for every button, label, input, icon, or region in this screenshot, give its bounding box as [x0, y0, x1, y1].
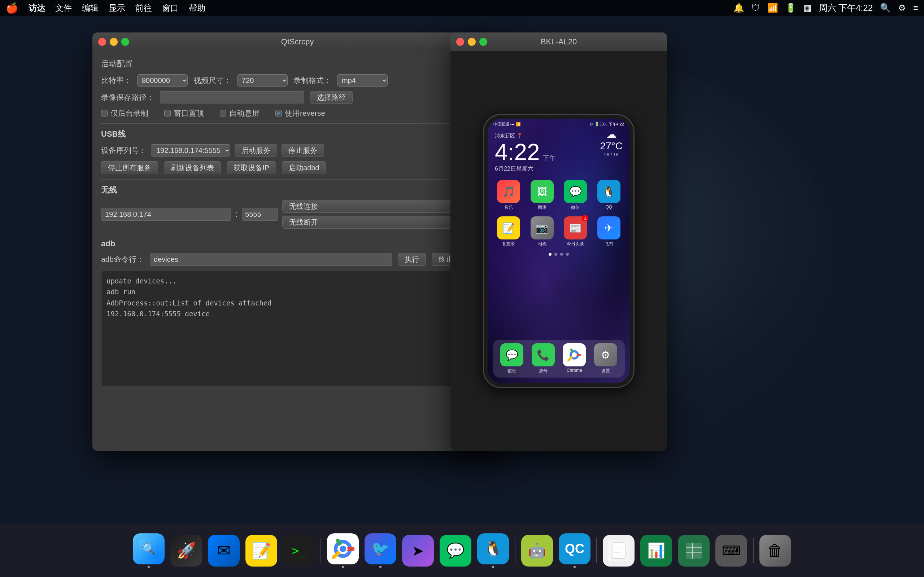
- dock-android[interactable]: 🤖: [520, 533, 554, 568]
- shield-icon[interactable]: 🛡: [751, 3, 760, 13]
- wireless-row: : 无线连接 无线断开: [101, 200, 494, 229]
- svg-text:🔍: 🔍: [142, 542, 156, 555]
- dock-direct[interactable]: ➤: [401, 533, 435, 568]
- wechat-app[interactable]: 💬 微信: [562, 180, 590, 211]
- dock-excel[interactable]: 📊: [639, 533, 674, 568]
- apple-menu[interactable]: 🍎: [6, 2, 18, 14]
- dock-mail[interactable]: ✉: [207, 533, 241, 568]
- phone-close-button[interactable]: [456, 38, 464, 46]
- bg-record-checkbox[interactable]: [101, 110, 108, 116]
- android-phone[interactable]: 中国联通 ▪▪▪ 📶 ⚙ 🔋33% 下午4:22 浦东新区 📍 4:22 下午 …: [483, 114, 635, 388]
- bg-record-checkbox-row: 仅后台录制: [101, 108, 149, 118]
- memo-app[interactable]: 📝 备忘录: [495, 216, 523, 247]
- dock-cmd[interactable]: ⌨: [714, 533, 749, 568]
- refresh-list-button[interactable]: 刷新设备列表: [164, 161, 221, 174]
- camera-app[interactable]: 📷 相机: [528, 216, 556, 247]
- qq-app[interactable]: 🐧 QQ: [595, 180, 623, 211]
- bitrate-select[interactable]: 8000000: [137, 74, 188, 87]
- gallery-app[interactable]: 🖼 图库: [528, 180, 556, 211]
- menu-go[interactable]: 前往: [135, 3, 152, 14]
- menu-file[interactable]: 文件: [55, 3, 72, 14]
- menu-edit[interactable]: 编辑: [82, 3, 99, 14]
- widget-date: 6月22日星期六: [495, 165, 623, 173]
- adb-cmd-input[interactable]: [150, 253, 392, 266]
- menu-finder[interactable]: 访达: [29, 3, 45, 14]
- qc-icon: QC: [559, 533, 591, 564]
- dock-separator-2: [515, 538, 515, 563]
- gallery-icon: 🖼: [531, 180, 554, 203]
- dock-table[interactable]: [677, 533, 711, 568]
- direct-icon: ➤: [402, 535, 434, 567]
- select-path-button[interactable]: 选择路径: [310, 91, 353, 104]
- dot-1: [549, 253, 551, 256]
- dock-trash[interactable]: 🗑: [758, 533, 793, 568]
- use-reverse-label: 使用reverse: [285, 108, 325, 118]
- save-path-label: 录像保存路径：: [101, 92, 154, 102]
- dock-finder[interactable]: 🔍: [131, 533, 166, 568]
- qtscrcpy-titlebar: QtScrcpy: [92, 32, 502, 51]
- video-size-select[interactable]: 720: [237, 74, 288, 87]
- phone-screen[interactable]: 中国联通 ▪▪▪ 📶 ⚙ 🔋33% 下午4:22 浦东新区 📍 4:22 下午 …: [488, 119, 630, 384]
- dock-qc[interactable]: QC: [557, 533, 592, 568]
- notification-icon[interactable]: 🔔: [733, 3, 744, 13]
- dock-file[interactable]: [601, 533, 636, 568]
- dock-chrome[interactable]: [326, 533, 360, 568]
- control-center-icon[interactable]: ⚙: [898, 3, 906, 13]
- grid-icon[interactable]: ▦: [803, 3, 812, 13]
- window-top-checkbox[interactable]: [164, 110, 171, 116]
- dock-terminal[interactable]: >_: [281, 533, 316, 568]
- port-input[interactable]: [242, 208, 278, 221]
- dock-sparrow[interactable]: 🐦: [363, 533, 398, 568]
- phone-body: 中国联通 ▪▪▪ 📶 ⚙ 🔋33% 下午4:22 浦东新区 📍 4:22 下午 …: [451, 51, 667, 451]
- sep3: [101, 234, 494, 234]
- get-ip-button[interactable]: 获取设备IP: [227, 161, 276, 174]
- use-reverse-checkbox[interactable]: ✔: [275, 110, 282, 116]
- dock-wechat[interactable]: 💬: [438, 533, 473, 568]
- save-path-input[interactable]: [160, 91, 304, 103]
- colon-separator: :: [235, 210, 237, 219]
- dock-rocket[interactable]: 🚀: [169, 533, 204, 568]
- close-button[interactable]: [98, 38, 106, 46]
- start-adb-button[interactable]: 启动adbd: [282, 161, 326, 174]
- dock-notes[interactable]: 📝: [244, 533, 279, 568]
- stop-service-button[interactable]: 停止服务: [281, 144, 324, 157]
- sparrow-icon: 🐦: [365, 533, 396, 564]
- dock-qq[interactable]: 🐧: [476, 533, 510, 568]
- usb-section-title: USB线: [101, 129, 494, 140]
- phone-maximize-button[interactable]: [479, 38, 487, 46]
- sparrow-dot: [380, 566, 381, 568]
- qtscrcpy-window: QtScrcpy 启动配置 比特率： 8000000 视频尺寸： 720 录制格…: [92, 32, 502, 451]
- phone-dock-app[interactable]: 📞 拨号: [529, 343, 558, 374]
- search-icon[interactable]: 🔍: [880, 3, 891, 13]
- sms-icon: 💬: [500, 343, 523, 366]
- dot-3: [560, 253, 563, 256]
- record-format-select[interactable]: mp4: [337, 74, 388, 87]
- maximize-button[interactable]: [121, 38, 129, 46]
- menu-view[interactable]: 显示: [109, 3, 125, 14]
- menu-extra-icon[interactable]: ≡: [913, 3, 918, 13]
- stop-all-button[interactable]: 停止所有服务: [101, 161, 158, 174]
- phone-window: BKL-AL20 中国联通 ▪▪▪ 📶 ⚙ 🔋33% 下午4:22 浦东新区 📍…: [451, 32, 667, 451]
- finder-icon: 🔍: [133, 533, 165, 564]
- run-button[interactable]: 执行: [398, 253, 426, 266]
- battery-icon[interactable]: 🔋: [785, 3, 796, 13]
- rocket-icon: 🚀: [170, 535, 202, 567]
- sms-dock-app[interactable]: 💬 信息: [498, 343, 526, 374]
- minimize-button[interactable]: [110, 38, 118, 46]
- record-format-label: 录制格式：: [294, 76, 331, 85]
- start-service-button[interactable]: 启动服务: [234, 144, 277, 157]
- device-select[interactable]: 192.168.0.174:5555: [151, 144, 230, 156]
- chrome-dock-app[interactable]: Chrome: [560, 343, 589, 374]
- menu-help[interactable]: 帮助: [189, 3, 205, 14]
- phone-minimize-button[interactable]: [468, 38, 476, 46]
- camera-icon: 📷: [531, 216, 554, 239]
- settings-dock-app[interactable]: ⚙ 设置: [591, 343, 620, 374]
- ip-input[interactable]: [101, 208, 231, 221]
- feishu-app[interactable]: ✈ 飞书: [595, 216, 623, 247]
- svg-point-2: [572, 352, 577, 357]
- menu-window[interactable]: 窗口: [162, 3, 179, 14]
- wifi-icon[interactable]: 📶: [767, 3, 778, 13]
- music-app[interactable]: 🎵 音乐: [495, 180, 523, 211]
- auto-screen-checkbox[interactable]: [220, 110, 226, 116]
- toutiao-app[interactable]: 📰 1 今日头条: [562, 216, 590, 247]
